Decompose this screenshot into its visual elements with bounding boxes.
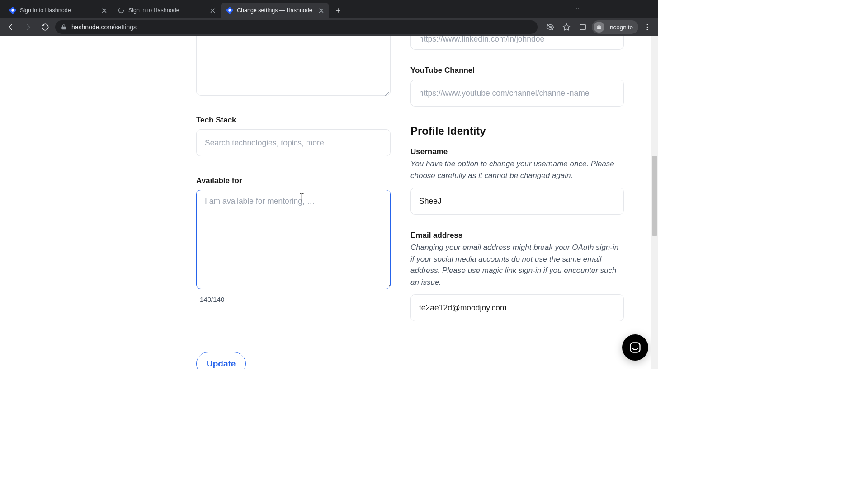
- username-input[interactable]: [410, 188, 624, 215]
- eye-off-icon[interactable]: [543, 20, 557, 34]
- bookmark-star-icon[interactable]: [559, 20, 574, 34]
- kebab-menu-icon[interactable]: [640, 20, 655, 34]
- tab-2-title: Sign in to Hashnode: [128, 7, 205, 14]
- url-text: hashnode.com/settings: [71, 23, 137, 31]
- page-scrollbar[interactable]: [651, 36, 658, 369]
- incognito-label: Incognito: [608, 24, 633, 31]
- close-icon[interactable]: [100, 7, 108, 14]
- tab-1[interactable]: Sign in to Hashnode: [4, 3, 112, 18]
- tab-3-title: Change settings — Hashnode: [237, 7, 314, 14]
- extensions-icon[interactable]: [576, 20, 590, 34]
- svg-point-8: [597, 27, 599, 29]
- email-input[interactable]: [410, 294, 624, 321]
- email-label: Email address: [410, 231, 624, 240]
- linkedin-placeholder: https://www.linkedin.com/in/johndoe: [419, 36, 544, 42]
- url-path: /settings: [113, 23, 137, 31]
- address-bar[interactable]: hashnode.com/settings: [55, 20, 538, 34]
- close-icon[interactable]: [317, 7, 325, 14]
- spinner-icon: [118, 7, 125, 14]
- right-column: https://www.linkedin.com/in/johndoe YouT…: [410, 36, 624, 369]
- tab-2[interactable]: Sign in to Hashnode: [112, 3, 221, 18]
- profile-identity-heading: Profile Identity: [410, 125, 624, 137]
- linkedin-input-partial[interactable]: https://www.linkedin.com/in/johndoe: [410, 36, 624, 50]
- username-label: Username: [410, 147, 624, 156]
- url-host: hashnode.com: [71, 23, 113, 31]
- chevron-down-icon[interactable]: [575, 5, 580, 13]
- svg-point-1: [11, 9, 14, 11]
- resize-handle-icon[interactable]: [384, 89, 389, 94]
- reload-button[interactable]: [38, 20, 52, 34]
- svg-point-10: [647, 24, 648, 25]
- window-controls: [575, 0, 658, 18]
- svg-point-2: [119, 8, 124, 13]
- available-for-counter: 140/140: [200, 296, 391, 303]
- svg-rect-7: [580, 24, 585, 30]
- intercom-chat-button[interactable]: [622, 334, 648, 361]
- incognito-icon: [594, 22, 604, 33]
- youtube-label: YouTube Channel: [410, 66, 624, 75]
- incognito-chip[interactable]: Incognito: [592, 20, 638, 34]
- svg-rect-5: [623, 7, 627, 11]
- minimize-button[interactable]: [593, 2, 613, 16]
- svg-point-12: [647, 29, 648, 30]
- browser-tabstrip: Sign in to Hashnode Sign in to Hashnode …: [0, 0, 658, 18]
- page-content: Tech Stack Available for 140/140 Update …: [0, 36, 658, 369]
- browser-toolbar: hashnode.com/settings Incognito: [0, 18, 658, 36]
- bio-textarea-partial[interactable]: [196, 36, 391, 96]
- new-tab-button[interactable]: [332, 4, 344, 17]
- available-for-textarea[interactable]: [196, 190, 391, 289]
- svg-point-4: [228, 9, 231, 11]
- lock-icon: [61, 24, 67, 30]
- email-helper: Changing your email address might break …: [410, 242, 624, 288]
- tech-stack-label: Tech Stack: [196, 116, 391, 125]
- forward-button[interactable]: [21, 20, 35, 34]
- hashnode-icon: [9, 7, 16, 14]
- back-button[interactable]: [4, 20, 18, 34]
- tech-stack-input[interactable]: [196, 129, 391, 156]
- tab-1-title: Sign in to Hashnode: [20, 7, 97, 14]
- maximize-button[interactable]: [615, 2, 635, 16]
- close-icon[interactable]: [209, 7, 216, 14]
- close-window-button[interactable]: [637, 2, 656, 16]
- available-for-label: Available for: [196, 176, 391, 185]
- tab-3[interactable]: Change settings — Hashnode: [221, 3, 329, 18]
- svg-rect-13: [631, 343, 640, 352]
- username-helper: You have the option to change your usern…: [410, 158, 624, 181]
- svg-point-9: [599, 27, 601, 29]
- hashnode-icon: [226, 7, 233, 14]
- scrollbar-thumb[interactable]: [652, 156, 657, 236]
- svg-point-11: [647, 27, 648, 28]
- youtube-input[interactable]: [410, 80, 624, 107]
- update-button[interactable]: Update: [196, 352, 246, 369]
- left-column: Tech Stack Available for 140/140 Update: [196, 36, 391, 369]
